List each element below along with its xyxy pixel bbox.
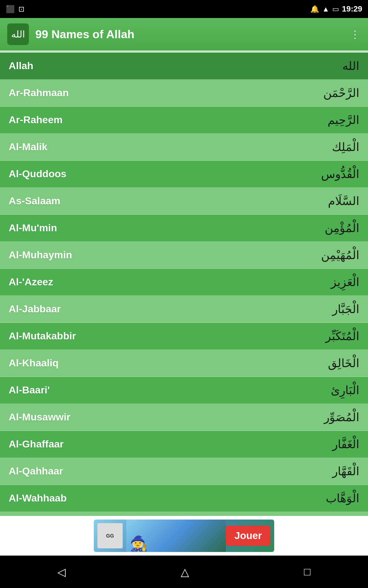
item-arabic-name: الرَّحْمَن — [323, 86, 359, 100]
app-icon-text: الله — [11, 29, 25, 40]
item-arabic-name: الْخَالِق — [328, 356, 359, 370]
item-latin-name: Al-Musawwir — [9, 411, 70, 423]
status-bar-right: 🔔 ▲ ▭ 19:29 — [310, 4, 362, 14]
item-latin-name: Al-Qahhaar — [9, 466, 63, 477]
item-arabic-name: الْمُصَوِّر — [324, 410, 359, 424]
ad-banner[interactable]: GG 🧙 Jouer — [0, 516, 368, 556]
status-bar-left: ⬛ ⊡ — [6, 5, 25, 13]
list-item[interactable]: Ar-Razzaaqالرَّزَّاق — [0, 512, 368, 516]
item-latin-name: As-Salaam — [9, 195, 60, 207]
item-arabic-name: الْمُتَكَبِّر — [325, 329, 359, 343]
item-arabic-name: الْمُؤْمِن — [325, 221, 359, 235]
item-latin-name: Al-Jabbaar — [9, 303, 61, 315]
item-arabic-name: الْمَلِك — [332, 140, 359, 154]
back-button[interactable]: ◁ — [43, 562, 80, 582]
list-item[interactable]: Al-Musawwirالْمُصَوِّر — [0, 404, 368, 431]
ad-logo-text: GG — [106, 533, 114, 539]
screenshot-icon: ⬛ — [6, 5, 15, 13]
item-arabic-name: الرَّحِيم — [328, 113, 359, 127]
item-arabic-name: الْغَفَّار — [332, 437, 359, 451]
list-item[interactable]: Al-Mutakabbirالْمُتَكَبِّر — [0, 323, 368, 350]
list-item[interactable]: Allahالله — [0, 53, 368, 80]
ad-play-button[interactable]: Jouer — [226, 526, 271, 546]
notification-icon: 🔔 — [310, 5, 319, 13]
item-arabic-name: الْمُهَيْمِن — [321, 248, 359, 262]
item-latin-name: Al-Ghaffaar — [9, 438, 63, 450]
battery-icon: ▭ — [332, 5, 339, 13]
app-icon: الله — [7, 23, 29, 45]
item-latin-name: Ar-Rahmaan — [9, 87, 69, 99]
list-item[interactable]: Al-Malikالْمَلِك — [0, 134, 368, 161]
item-latin-name: Al-Malik — [9, 141, 47, 153]
item-arabic-name: الْقُدُّوس — [321, 167, 359, 181]
item-arabic-name: الْوَهَّاب — [326, 491, 359, 505]
item-latin-name: Al-'Azeez — [9, 276, 53, 288]
home-button[interactable]: △ — [166, 562, 203, 582]
list-item[interactable]: Ar-Rahmaanالرَّحْمَن — [0, 80, 368, 107]
ad-character-icon: 🧙 — [130, 535, 148, 552]
list-item[interactable]: Al-Ghaffaarالْغَفَّار — [0, 431, 368, 458]
list-item[interactable]: Al-Mu'minالْمُؤْمِن — [0, 215, 368, 242]
overflow-menu-button[interactable]: ⋮ — [350, 28, 361, 40]
ad-logo: GG — [97, 523, 123, 548]
ad-image: 🧙 — [126, 520, 226, 552]
app-title: 99 Names of Allah — [35, 28, 350, 41]
list-item[interactable]: Ar-Raheemالرَّحِيم — [0, 107, 368, 134]
wifi-icon: ▲ — [322, 5, 329, 13]
item-arabic-name: الْبَارِئ — [331, 383, 359, 397]
item-latin-name: Al-Baari' — [9, 384, 50, 396]
item-latin-name: Al-Muhaymin — [9, 249, 72, 261]
list-item[interactable]: Al-Baari'الْبَارِئ — [0, 377, 368, 404]
status-bar: ⬛ ⊡ 🔔 ▲ ▭ 19:29 — [0, 0, 368, 18]
list-item[interactable]: Al-Quddoosالْقُدُّوس — [0, 161, 368, 188]
nav-bar: ◁ △ □ — [0, 556, 368, 588]
item-arabic-name: الْقَهَّار — [332, 464, 359, 478]
item-latin-name: Al-Quddoos — [9, 168, 66, 180]
item-latin-name: Al-Mu'min — [9, 222, 57, 234]
list-item[interactable]: Al-Qahhaarالْقَهَّار — [0, 458, 368, 485]
item-latin-name: Ar-Raheem — [9, 114, 62, 126]
item-arabic-name: الله — [342, 59, 359, 73]
names-list: AllahاللهAr-RahmaanالرَّحْمَنAr-Raheemال… — [0, 50, 368, 516]
item-arabic-name: الْعَزِيز — [331, 275, 359, 289]
item-arabic-name: السَّلَام — [328, 194, 359, 208]
list-item[interactable]: Al-Khaaliqالْخَالِق — [0, 350, 368, 377]
app-toolbar: الله 99 Names of Allah ⋮ — [0, 18, 368, 50]
list-item[interactable]: Al-Jabbaarالْجَبَّار — [0, 296, 368, 323]
item-latin-name: Al-Wahhaab — [9, 493, 67, 504]
clock: 19:29 — [342, 4, 362, 14]
alarm-icon: ⊡ — [18, 5, 25, 13]
list-item[interactable]: Al-Muhayminالْمُهَيْمِن — [0, 242, 368, 269]
list-item[interactable]: Al-'Azeezالْعَزِيز — [0, 269, 368, 296]
item-latin-name: Allah — [9, 60, 33, 72]
ad-content[interactable]: GG 🧙 Jouer — [94, 520, 274, 552]
recents-button[interactable]: □ — [290, 562, 325, 582]
item-latin-name: Al-Mutakabbir — [9, 330, 76, 342]
item-arabic-name: الْجَبَّار — [332, 302, 359, 316]
list-item[interactable]: Al-Wahhaabالْوَهَّاب — [0, 485, 368, 512]
list-item[interactable]: As-Salaamالسَّلَام — [0, 188, 368, 215]
item-latin-name: Al-Khaaliq — [9, 357, 58, 369]
